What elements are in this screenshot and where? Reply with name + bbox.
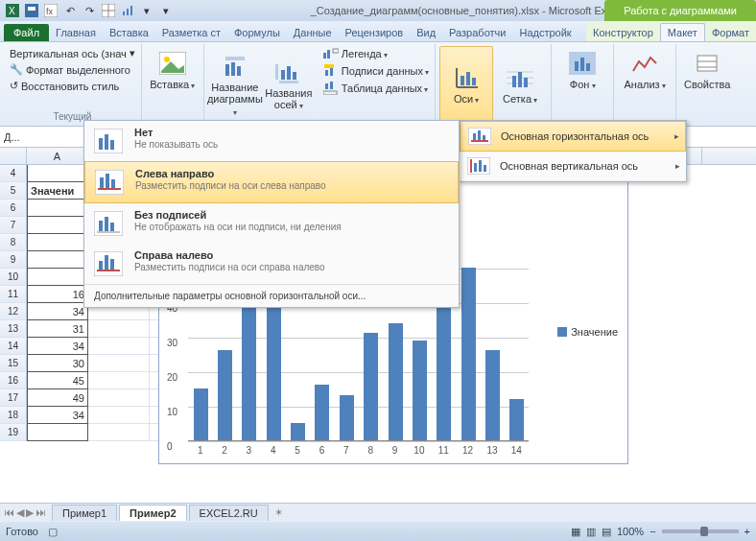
row-header[interactable]: 9 (0, 251, 27, 269)
cell[interactable] (88, 355, 150, 372)
chart-bar[interactable] (389, 323, 403, 440)
zoom-out-button[interactable]: − (650, 526, 655, 537)
data-labels-button[interactable]: Подписи данных (321, 63, 431, 79)
menu-primary-horizontal-axis[interactable]: Основная горизонтальная ось ▸ (460, 121, 686, 152)
row-header[interactable]: 5 (0, 182, 27, 200)
cell[interactable] (27, 234, 88, 251)
chart-bar[interactable] (340, 395, 354, 440)
cell[interactable]: 45 (27, 372, 88, 389)
filter-icon[interactable]: ▾ (138, 2, 155, 19)
chart-bar[interactable] (194, 388, 208, 440)
excel-icon[interactable]: X (4, 2, 21, 19)
reset-style-button[interactable]: ↺ Восстановить стиль (8, 79, 137, 93)
chart-bar[interactable] (364, 333, 378, 440)
cell[interactable]: 16 (27, 286, 88, 303)
cell[interactable] (88, 407, 150, 424)
chart-bar[interactable] (437, 289, 451, 440)
column-header[interactable] (0, 148, 27, 164)
macro-record-icon[interactable]: ▢ (48, 526, 58, 538)
tab-developer[interactable]: Разработчи (442, 24, 512, 41)
cell[interactable] (27, 269, 88, 286)
save-icon[interactable] (23, 2, 40, 19)
gridlines-button[interactable]: Сетка (493, 46, 547, 122)
undo-icon[interactable]: ↶ (61, 2, 79, 19)
axes-button[interactable]: Оси (439, 46, 493, 122)
row-header[interactable]: 19 (0, 424, 27, 441)
cell[interactable]: 34 (27, 338, 88, 355)
row-header[interactable]: 6 (0, 200, 27, 217)
sheet-nav-prev[interactable]: ◀ (16, 506, 24, 519)
tab-chart-format[interactable]: Формат (705, 24, 756, 41)
row-header[interactable]: 17 (0, 389, 27, 407)
table-icon[interactable] (100, 2, 117, 19)
tab-chart-design[interactable]: Конструктор (586, 24, 660, 41)
tab-file[interactable]: Файл (4, 24, 49, 41)
chart-bar[interactable] (509, 399, 524, 440)
cell[interactable] (27, 217, 88, 234)
view-break-icon[interactable]: ▤ (602, 526, 611, 538)
sheet-nav-first[interactable]: ⏮ (4, 506, 14, 519)
view-normal-icon[interactable]: ▦ (571, 526, 580, 538)
cell[interactable] (27, 165, 88, 182)
chart-bar[interactable] (242, 295, 256, 440)
cell[interactable]: 30 (27, 355, 88, 372)
row-header[interactable]: 4 (0, 165, 27, 182)
cell[interactable]: 34 (27, 407, 88, 424)
tab-view[interactable]: Вид (410, 24, 442, 41)
chart-title-button[interactable]: Название диаграммы (208, 46, 262, 122)
cell[interactable] (27, 424, 88, 441)
row-header[interactable]: 12 (0, 303, 27, 320)
zoom-level[interactable]: 100% (617, 526, 644, 537)
axis-option-no-labels[interactable]: Без подписейНе отображать на оси ни подп… (84, 203, 459, 244)
sheet-nav-last[interactable]: ⏭ (35, 506, 46, 519)
row-header[interactable]: 15 (0, 355, 27, 372)
cell[interactable]: 34 (27, 303, 88, 320)
tab-data[interactable]: Данные (287, 24, 339, 41)
chart-element-dropdown[interactable]: Вертикальная ось (знач ▾ (8, 46, 137, 60)
cell[interactable] (88, 372, 150, 389)
row-header[interactable]: 11 (0, 286, 27, 303)
name-box[interactable]: Д... (0, 128, 86, 147)
zoom-slider[interactable] (662, 529, 739, 533)
row-header[interactable]: 13 (0, 320, 27, 338)
chart-bar[interactable] (461, 268, 476, 440)
cell[interactable] (27, 251, 88, 269)
row-header[interactable]: 18 (0, 407, 27, 424)
cell[interactable] (88, 389, 150, 407)
tab-chart-layout[interactable]: Макет (660, 23, 705, 41)
sheet-tab-1[interactable]: Пример1 (52, 505, 117, 521)
row-header[interactable]: 16 (0, 372, 27, 389)
tab-addins[interactable]: Надстройк (512, 24, 578, 41)
cell[interactable] (88, 320, 150, 338)
sheet-tab-2[interactable]: Пример2 (119, 505, 186, 521)
cell[interactable]: Значени (27, 182, 88, 200)
axis-option-none[interactable]: НетНе показывать ось (84, 121, 459, 161)
cell[interactable] (88, 338, 150, 355)
row-header[interactable]: 10 (0, 269, 27, 286)
tab-formulas[interactable]: Формулы (227, 24, 287, 41)
background-button[interactable]: Фон (555, 46, 609, 93)
column-header[interactable]: A (27, 148, 88, 164)
axis-option-left-to-right[interactable]: Слева направоРазместить подписи на оси с… (84, 161, 459, 203)
format-selection-button[interactable]: 🔧 Формат выделенного (8, 62, 137, 77)
legend-button[interactable]: Легенда (321, 46, 431, 61)
row-header[interactable]: 8 (0, 234, 27, 251)
axis-titles-button[interactable]: Названия осей (262, 46, 316, 122)
menu-primary-vertical-axis[interactable]: Основная вертикальная ось ▸ (460, 152, 686, 181)
tab-layout[interactable]: Разметка ст (155, 24, 227, 41)
chart-bar[interactable] (485, 350, 500, 440)
redo-icon[interactable]: ↷ (81, 2, 98, 19)
tab-review[interactable]: Рецензиров (339, 24, 411, 41)
analysis-button[interactable]: Анализ (618, 46, 672, 93)
chart-icon[interactable] (119, 2, 136, 19)
zoom-in-button[interactable]: + (744, 526, 750, 537)
sheet-nav-next[interactable]: ▶ (26, 506, 34, 519)
new-sheet-button[interactable]: ✶ (269, 506, 289, 519)
row-header[interactable]: 14 (0, 338, 27, 355)
insert-button[interactable]: Вставка (146, 46, 200, 93)
cell[interactable]: 49 (27, 389, 88, 407)
chart-bar[interactable] (267, 298, 281, 440)
tab-home[interactable]: Главная (49, 24, 103, 41)
axis-option-right-to-left[interactable]: Справа налевоРазместить подписи на оси с… (84, 244, 459, 284)
chart-legend[interactable]: Значение (557, 326, 618, 338)
